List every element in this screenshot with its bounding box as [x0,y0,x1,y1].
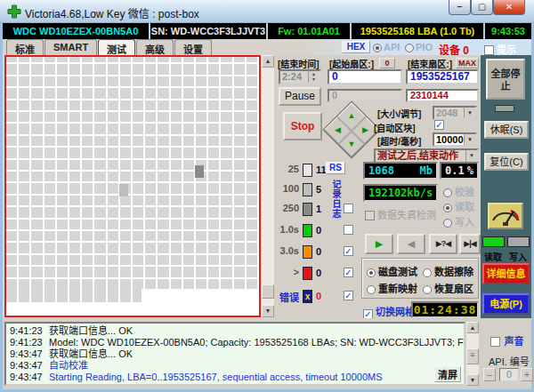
tab-smart[interactable]: SMART [44,39,97,55]
end-sector-label: [结束扇区:] [408,57,452,70]
start-sector-input[interactable]: 0 [328,69,402,84]
start-sector-reset-button[interactable]: 0 [379,58,395,68]
drive-serial: SN: WD-WCC3F3LJJVT3 [150,23,266,39]
end-time-label: [结束时间] [278,57,320,70]
hex-button[interactable]: HEX [342,41,370,53]
back-button[interactable] [397,234,425,254]
stop-button[interactable]: Stop [283,112,322,140]
read-mode-radio[interactable]: 读取 [443,199,474,213]
details-button[interactable]: 详细信息 [482,263,530,284]
verify-mode-radio[interactable]: 校验 [443,184,474,198]
sound-checkbox-box [490,337,500,347]
test-control-panel: [结束时间] [起始扇区:] 0 [结束扇区:] MAX 2:24 ▲▼ 0 1… [274,55,481,318]
pause-button[interactable]: Pause [279,87,321,106]
action-groupbox: 磁盘测试 数据擦除 重新映射 恢复扇区 [361,258,479,299]
auto-block-label: [自动区块] [374,121,416,134]
drive-firmware: Fw: 01.01A01 [268,23,350,39]
grid-toggle[interactable]: 切换网格 [363,304,415,319]
speed-display: 192102kb/s [363,184,438,202]
legend-swatch [303,245,312,259]
scan-grid-filled-area [6,57,259,289]
log-window[interactable]: 9:41:23获取端口信息... OK 9:41:23Model: WDC WD… [4,322,465,386]
action-erase-radio[interactable]: 数据擦除 [423,264,473,278]
max-button[interactable]: MAX [456,58,479,68]
log-scroll-thumb[interactable] [466,348,479,364]
action-remap-radio[interactable]: 重新映射 [367,281,417,295]
sleep-button[interactable]: 休眠(S) [484,121,529,139]
api-minus-button[interactable]: – [483,368,496,381]
block-size-label: [大小/调节] [377,107,421,120]
timeout-dropdown[interactable]: 10000 [433,132,477,147]
grid-scroll-up-icon[interactable] [262,55,274,68]
maximize-icon[interactable] [471,0,493,15]
log-line: 9:43:47自动校准 [10,360,464,372]
grid-scroll-thumb[interactable] [262,284,274,299]
elapsed-timer-display: 01:24:38 [411,301,479,318]
speed-gauge-icon [488,203,523,229]
tab-strip: 标准 SMART 测试 高级 设置 [6,39,213,55]
legend-row-100: 1005 [274,183,363,199]
dpad-control [322,100,380,158]
write-mode-radio[interactable]: 写入 [443,214,474,228]
close-icon[interactable] [493,0,525,15]
scan-grid-partial-row [6,289,142,302]
action-restore-radio[interactable]: 恢复扇区 [423,281,473,295]
seek-question-button[interactable] [429,234,457,254]
legend-swatch [303,203,312,216]
api-number-label: API. 编号 [489,354,530,368]
start-sector-label: [起始扇区:] [329,57,374,70]
auto-block-checkbox[interactable] [434,120,444,130]
grid-scrollbar[interactable] [262,55,274,317]
log-line: 9:43:47Starting Reading, LBA=0..19535251… [10,372,464,383]
legend-3s-checkbox[interactable] [344,246,353,256]
clear-log-button[interactable]: 清屏 [434,366,461,382]
hint-checkbox[interactable]: 提示 [484,42,516,56]
legend-row-25: 251131 [274,164,363,180]
tab-standard[interactable]: 标准 [6,39,44,55]
tab-settings[interactable]: 设置 [174,39,212,55]
side-panel: 全部停止 休眠(S) 复位(C) 读取 写入 详细信息 电源(P) [481,55,531,318]
distortion-check[interactable]: 数据失真检测 [365,207,436,221]
power-button[interactable]: 电源(P) [482,293,530,315]
dropdown-arrow-icon [464,108,475,118]
title-bar: Victoria4.68,Low Key 微信 : post-box [0,0,534,23]
rs-button[interactable]: RS [326,162,345,174]
dpad-down-icon[interactable] [343,135,360,153]
window-title: Victoria4.68,Low Key 微信 : post-box [25,5,199,20]
stop-all-button[interactable]: 全部停止 [486,59,525,100]
drive-capacity: 1953525168 LBA (1.0 Tb) [352,23,483,39]
log-scrollbar[interactable] [466,322,479,386]
legend-swatch [303,224,312,237]
end-time-spinner[interactable]: 2:24 ▲▼ [279,69,321,84]
seek-end-button[interactable] [459,234,481,254]
log-scroll-down-icon[interactable] [466,374,479,386]
api-plus-button[interactable]: + [521,368,533,381]
legend-error-checkbox[interactable] [344,291,353,300]
spinner-arrows-icon[interactable]: ▲▼ [308,71,319,83]
log-line: 9:41:23Model: WDC WD10EZEX-00BN5A0; Capa… [10,337,464,348]
drive-model: WDC WD10EZEX-00BN5A0 [3,23,149,39]
end-sector-input[interactable]: 1953525167 [406,69,479,84]
error-swatch-x-icon: x [303,290,312,303]
pio-radio[interactable]: PIO [405,42,433,52]
block-size-dropdown[interactable]: 2048 [433,106,477,120]
minimize-icon[interactable] [449,0,471,15]
api-number-value: 0 [499,368,519,381]
current-sector-field: 2310144 [406,89,479,102]
sound-checkbox[interactable]: 声音 [490,332,523,348]
action-disk-test-radio[interactable]: 磁盘测试 [367,264,417,278]
legend-1s-checkbox[interactable] [344,225,353,235]
legend-swatch [303,183,312,196]
dropdown-arrow-icon [464,134,475,145]
legend-over-checkbox[interactable] [344,268,353,277]
api-radio[interactable]: API [373,42,400,52]
scan-grid[interactable] [4,55,261,317]
play-button[interactable] [365,234,393,254]
legend-250-checkbox[interactable] [344,204,353,213]
log-scroll-up-icon[interactable] [466,322,479,333]
tab-test[interactable]: 测试 [98,39,135,55]
tab-advanced[interactable]: 高级 [136,39,174,55]
hint-checkbox-box [484,45,494,55]
grid-scroll-down-icon[interactable] [262,305,274,317]
reset-button[interactable]: 复位(C) [484,153,529,171]
